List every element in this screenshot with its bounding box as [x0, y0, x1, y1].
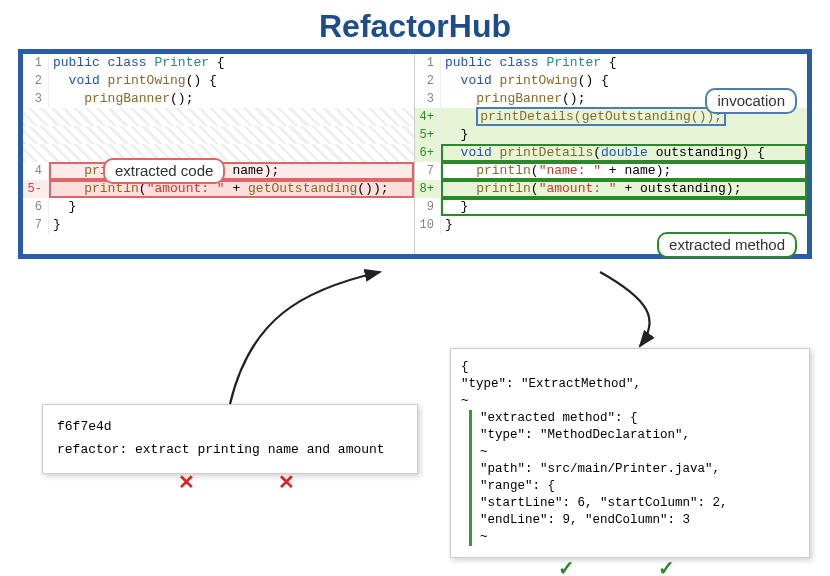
json-line: "startLine": 6, "startColumn": 2,	[469, 495, 799, 512]
code-line: 1public class Printer {	[23, 54, 414, 72]
diff-view: extracted code 1public class Printer {2 …	[18, 49, 812, 259]
check-icon: ✓	[558, 556, 575, 576]
code-line: 9 }	[415, 198, 807, 216]
code-line	[23, 126, 414, 144]
cross-icon: ✕	[178, 470, 195, 494]
code-line: 6+ void printDetails(double outstanding)…	[415, 144, 807, 162]
json-line: "range": {	[469, 478, 799, 495]
diff-right-pane: invocation extracted method 1public clas…	[415, 54, 807, 254]
commit-message: refactor: extract printing name and amou…	[57, 442, 403, 457]
tag-extracted-code: extracted code	[103, 158, 225, 184]
json-line: ~	[469, 444, 799, 461]
json-line: ~	[461, 393, 799, 410]
code-line: 5+ }	[415, 126, 807, 144]
json-line: "path": "src/main/Printer.java",	[469, 461, 799, 478]
commit-card: f6f7e4d refactor: extract printing name …	[42, 404, 418, 474]
code-line	[23, 108, 414, 126]
code-line: 7}	[23, 216, 414, 234]
json-line: "type": "ExtractMethod",	[461, 376, 799, 393]
json-line: "endLine": 9, "endColumn": 3	[469, 512, 799, 529]
tag-extracted-method: extracted method	[657, 232, 797, 258]
commit-hash: f6f7e4d	[57, 419, 403, 434]
json-line: "extracted method": {	[469, 410, 799, 427]
json-line: {	[461, 359, 799, 376]
code-line: 3 pringBanner();	[23, 90, 414, 108]
code-line: 2 void printOwing() {	[23, 72, 414, 90]
check-icon: ✓	[658, 556, 675, 576]
cross-icon: ✕	[278, 470, 295, 494]
tag-invocation: invocation	[705, 88, 797, 114]
app-title: RefactorHub	[0, 0, 830, 49]
json-line: ~	[469, 529, 799, 546]
code-line: 1public class Printer {	[415, 54, 807, 72]
code-line: 8+ println("amount: " + outstanding);	[415, 180, 807, 198]
code-line: 6 }	[23, 198, 414, 216]
diff-left-pane: extracted code 1public class Printer {2 …	[23, 54, 415, 254]
code-line: 7 println("name: " + name);	[415, 162, 807, 180]
annotation-json: { "type": "ExtractMethod", ~ "extracted …	[450, 348, 810, 558]
json-line: "type": "MethodDeclaration",	[469, 427, 799, 444]
